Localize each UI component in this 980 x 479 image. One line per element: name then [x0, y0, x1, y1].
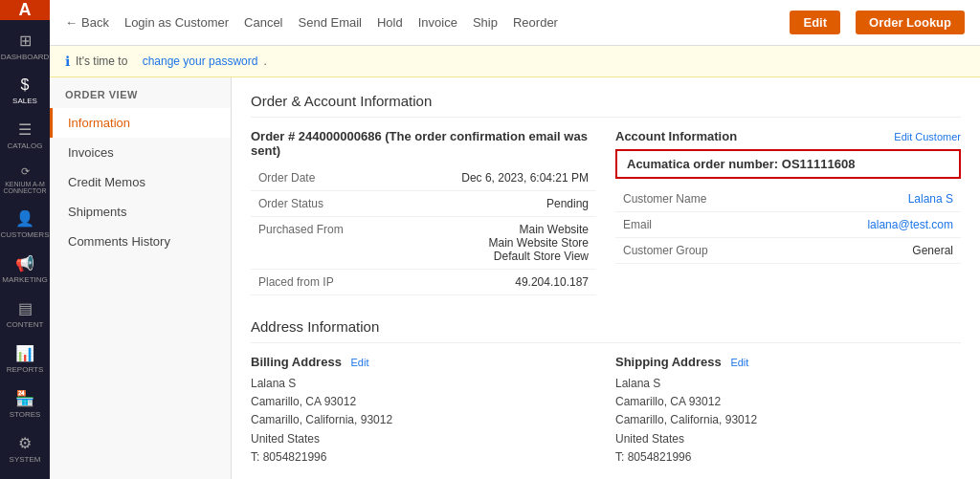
order-account-section-title: Order & Account Information [251, 93, 961, 118]
address-section-title: Address Information [251, 318, 961, 343]
back-button[interactable]: ← Back [65, 15, 109, 30]
dashboard-icon: ⊞ [19, 32, 32, 50]
order-account-grid: Order # 244000000686 (The order confirma… [251, 129, 961, 295]
email-label: Email [615, 212, 721, 238]
customer-group-value: General [721, 238, 961, 264]
customer-name-value: Lalana S [721, 186, 961, 212]
left-nav-item-credit-memos[interactable]: Credit Memos [50, 167, 231, 197]
sidebar-item-kenium[interactable]: ⟳ KENIUM A-MCONNECTOR [0, 158, 50, 202]
left-nav: ORDER VIEW Information Invoices Credit M… [50, 77, 232, 479]
send-email-button[interactable]: Send Email [299, 15, 362, 30]
edit-button[interactable]: Edit [790, 11, 840, 34]
info-icon: ℹ [65, 54, 70, 69]
email-value: lalana@test.com [721, 212, 961, 238]
sidebar-item-system[interactable]: ⚙ SYSTEM [0, 426, 50, 471]
sidebar-item-customers[interactable]: 👤 CUSTOMERS [0, 202, 50, 247]
order-status-label: Order Status [251, 191, 356, 217]
account-info-panel: Account Information Edit Customer Acumat… [615, 129, 961, 295]
left-nav-title: ORDER VIEW [50, 89, 231, 108]
marketing-icon: 📢 [15, 254, 34, 272]
main-panel: ← Back Login as Customer Cancel Send Ema… [50, 0, 980, 479]
order-info-panel: Order # 244000000686 (The order confirma… [251, 129, 596, 295]
purchased-from-label: Purchased From [251, 217, 356, 270]
left-nav-item-shipments[interactable]: Shipments [50, 197, 231, 227]
table-row: Order Date Dec 6, 2023, 6:04:21 PM [251, 165, 596, 191]
catalog-icon: ☰ [18, 120, 32, 139]
ship-button[interactable]: Ship [473, 15, 498, 30]
reorder-button[interactable]: Reorder [513, 15, 558, 30]
table-row: Email lalana@test.com [615, 212, 961, 238]
sidebar-item-reports[interactable]: 📊 REPORTS [0, 337, 50, 381]
sales-icon: $ [21, 76, 30, 94]
table-row: Customer Name Lalana S [615, 186, 961, 212]
shipping-address-header: Shipping Address Edit [615, 355, 961, 369]
billing-edit-link[interactable]: Edit [351, 357, 369, 368]
shipping-address-text: Lalana S Camarillo, CA 93012 Camarillo, … [615, 375, 961, 467]
shipping-edit-link[interactable]: Edit [730, 357, 748, 368]
table-row: Placed from IP 49.204.10.187 [251, 270, 596, 295]
customer-name-label: Customer Name [615, 186, 721, 212]
left-nav-item-invoices[interactable]: Invoices [50, 138, 231, 167]
billing-address-header: Billing Address Edit [251, 355, 596, 369]
app-logo[interactable]: A [0, 0, 50, 20]
order-date-label: Order Date [251, 165, 356, 191]
order-date-value: Dec 6, 2023, 6:04:21 PM [356, 165, 596, 191]
content-icon: ▤ [18, 299, 33, 317]
sidebar-item-marketing[interactable]: 📢 MARKETING [0, 247, 50, 292]
sidebar-item-content[interactable]: ▤ CONTENT [0, 292, 50, 337]
sidebar-item-catalog[interactable]: ☰ CATALOG [0, 113, 50, 158]
table-row: Customer Group General [615, 238, 961, 264]
invoice-button[interactable]: Invoice [418, 15, 457, 30]
content-area: ORDER VIEW Information Invoices Credit M… [50, 77, 980, 479]
customer-group-label: Customer Group [615, 238, 721, 264]
main-content: Order & Account Information Order # 2440… [232, 77, 980, 479]
order-header: Order # 244000000686 (The order confirma… [251, 129, 596, 158]
alert-bar: ℹ It's time to change your password. [50, 46, 980, 77]
billing-address-panel: Billing Address Edit Lalana S Camarillo,… [251, 355, 596, 467]
sidebar: A ⊞ DASHBOARD $ SALES ☰ CATALOG ⟳ KENIUM… [0, 0, 50, 479]
placed-ip-value: 49.204.10.187 [356, 270, 596, 295]
login-as-customer-button[interactable]: Login as Customer [124, 15, 229, 30]
change-password-link[interactable]: change your password [143, 54, 258, 68]
sidebar-item-stores[interactable]: 🏪 STORES [0, 381, 50, 426]
account-info-header: Account Information Edit Customer [615, 129, 961, 143]
sidebar-item-dashboard[interactable]: ⊞ DASHBOARD [0, 24, 50, 69]
address-grid: Billing Address Edit Lalana S Camarillo,… [251, 355, 961, 467]
table-row: Order Status Pending [251, 191, 596, 217]
cancel-button[interactable]: Cancel [244, 15, 282, 30]
left-nav-item-information[interactable]: Information [50, 108, 231, 138]
topbar: ← Back Login as Customer Cancel Send Ema… [50, 0, 980, 46]
reports-icon: 📊 [15, 344, 34, 362]
account-info-title: Account Information [615, 129, 737, 143]
order-status-value: Pending [356, 191, 596, 217]
table-row: Purchased From Main Website Main Website… [251, 217, 596, 270]
stores-icon: 🏪 [15, 389, 34, 407]
purchased-from-value: Main Website Main Website Store Default … [356, 217, 596, 270]
placed-ip-label: Placed from IP [251, 270, 356, 295]
shipping-address-panel: Shipping Address Edit Lalana S Camarillo… [615, 355, 961, 467]
left-nav-item-comments-history[interactable]: Comments History [50, 227, 231, 256]
edit-customer-link[interactable]: Edit Customer [894, 131, 961, 142]
kenium-icon: ⟳ [21, 165, 30, 178]
customers-icon: 👤 [15, 209, 34, 228]
account-info-table: Customer Name Lalana S Email lalana@test… [615, 186, 961, 264]
sidebar-item-find-partners[interactable]: 🔍 FIND PARTNERS& EXTENSIONS [0, 471, 50, 479]
acumatica-order-box: Acumatica order number: OS11111608 [615, 149, 961, 179]
order-info-table: Order Date Dec 6, 2023, 6:04:21 PM Order… [251, 165, 596, 295]
system-icon: ⚙ [18, 434, 32, 452]
sidebar-item-sales[interactable]: $ SALES [0, 69, 50, 113]
order-lookup-button[interactable]: Order Lookup [856, 11, 965, 34]
hold-button[interactable]: Hold [377, 15, 403, 30]
billing-address-text: Lalana S Camarillo, CA 93012 Camarillo, … [251, 375, 596, 467]
